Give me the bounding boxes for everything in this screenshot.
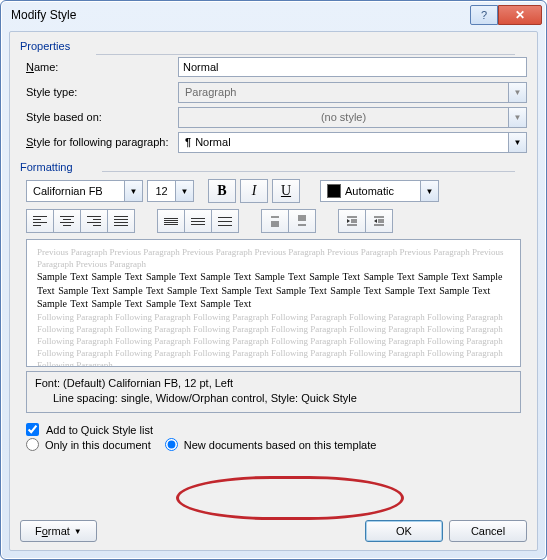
preview-pane: Previous Paragraph Previous Paragraph Pr… [26, 239, 521, 367]
window-title: Modify Style [11, 8, 470, 22]
font-size-dropdown[interactable]: ▼ [175, 180, 194, 202]
following-dropdown[interactable]: ▼ [508, 132, 527, 153]
cancel-button[interactable]: Cancel [449, 520, 527, 542]
underline-button[interactable]: U [272, 179, 300, 203]
spacing-15-button[interactable] [184, 209, 211, 233]
align-left-button[interactable] [26, 209, 53, 233]
style-type-label: Style type: [20, 86, 178, 98]
add-quick-style-checkbox[interactable] [26, 423, 39, 436]
name-label: Name: [20, 61, 178, 73]
align-center-button[interactable] [53, 209, 80, 233]
annotation-callout [176, 476, 404, 520]
properties-heading: Properties [20, 40, 527, 52]
font-name-dropdown[interactable]: ▼ [124, 180, 143, 202]
style-type-dropdown: ▼ [508, 82, 527, 103]
font-color-field[interactable]: Automatic [320, 180, 420, 202]
style-type-field: Paragraph [178, 82, 508, 103]
name-input[interactable] [178, 57, 527, 77]
following-label: Style for following paragraph: [20, 136, 178, 148]
following-value: Normal [195, 136, 230, 148]
help-button[interactable]: ? [470, 5, 498, 25]
only-in-document-radio[interactable]: Only in this document [26, 438, 151, 451]
bold-button[interactable]: B [208, 179, 236, 203]
space-before-inc-button[interactable] [261, 209, 288, 233]
following-field[interactable]: ¶Normal [178, 132, 508, 153]
based-on-field: (no style) [178, 107, 508, 128]
color-swatch [327, 184, 341, 198]
format-button[interactable]: Format▼ [20, 520, 97, 542]
preview-following: Following Paragraph Following Paragraph … [37, 311, 510, 367]
style-description: Font: (Default) Californian FB, 12 pt, L… [26, 371, 521, 413]
font-name-field[interactable]: Californian FB [26, 180, 124, 202]
indent-increase-button[interactable] [365, 209, 393, 233]
space-before-dec-button[interactable] [288, 209, 316, 233]
align-justify-button[interactable] [107, 209, 135, 233]
titlebar: Modify Style ? ✕ [1, 1, 546, 29]
preview-previous: Previous Paragraph Previous Paragraph Pr… [37, 246, 510, 270]
new-documents-radio[interactable]: New documents based on this template [165, 438, 377, 451]
svg-marker-17 [374, 219, 377, 223]
based-on-label: Style based on: [20, 111, 178, 123]
close-button[interactable]: ✕ [498, 5, 542, 25]
spacing-2-button[interactable] [211, 209, 239, 233]
svg-marker-12 [347, 219, 350, 223]
preview-sample: Sample Text Sample Text Sample Text Samp… [37, 270, 510, 311]
modify-style-dialog: Modify Style ? ✕ Properties Name: Style … [0, 0, 547, 560]
align-right-button[interactable] [80, 209, 107, 233]
font-size-field[interactable]: 12 [147, 180, 175, 202]
indent-decrease-button[interactable] [338, 209, 365, 233]
based-on-dropdown: ▼ [508, 107, 527, 128]
font-color-dropdown[interactable]: ▼ [420, 180, 439, 202]
ok-button[interactable]: OK [365, 520, 443, 542]
spacing-1-button[interactable] [157, 209, 184, 233]
add-quick-style-label[interactable]: Add to Quick Style list [46, 424, 153, 436]
italic-button[interactable]: I [240, 179, 268, 203]
